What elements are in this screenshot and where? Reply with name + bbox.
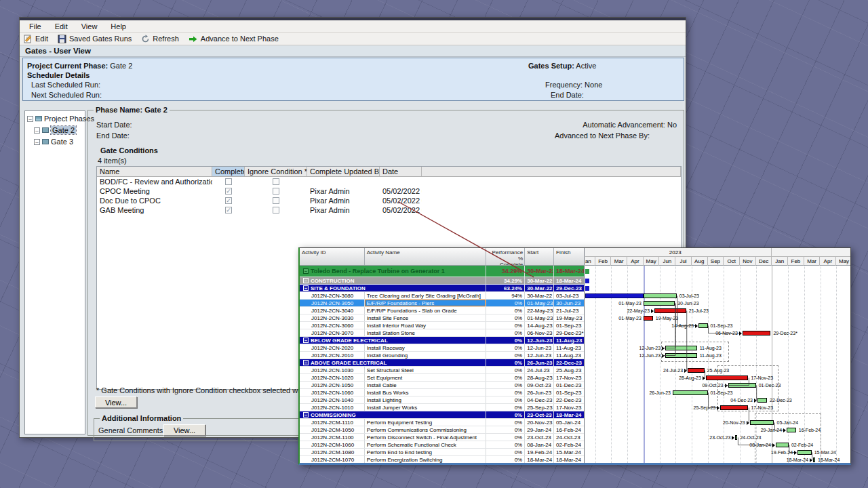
menu-help[interactable]: Help bbox=[104, 22, 133, 30]
collapse-icon[interactable]: – bbox=[34, 139, 40, 145]
collapse-icon[interactable]: – bbox=[303, 360, 309, 365]
gantt-activity-row[interactable]: J012N-2CN-1010Install Jumper Works0%25-S… bbox=[300, 404, 584, 411]
gantt-activity-row[interactable]: J012N-2CN-3080Tree Clearing and Early Si… bbox=[300, 292, 584, 300]
bar-finish-label: 11-Aug-23 bbox=[700, 352, 722, 359]
column-header-finish[interactable]: Finish bbox=[554, 248, 584, 265]
collapse-icon[interactable]: – bbox=[303, 268, 309, 274]
gantt-activity-row[interactable]: J012N-2CM-1050Perform Communications Com… bbox=[300, 426, 584, 434]
summary-bar-fragment bbox=[585, 286, 589, 291]
toolbar-saved-gates-runs-button[interactable]: Saved Gates Runs bbox=[58, 35, 132, 43]
gantt-activity-row[interactable]: J012N-2CN-1040Install Lighting0%04-Dec-2… bbox=[300, 396, 584, 404]
gate-conditions-title: Gate Conditions bbox=[100, 146, 158, 155]
bar-start-label: 12-Jun-23 bbox=[620, 352, 660, 359]
timeline-month: Nov bbox=[740, 257, 756, 266]
critical-remaining-bar[interactable] bbox=[743, 331, 771, 336]
gantt-activity-row[interactable]: J012N-2CN-1030Set Structural Steel0%24-J… bbox=[300, 367, 584, 374]
critical-remaining-bar[interactable] bbox=[720, 405, 748, 410]
general-comments-view-button[interactable]: View... bbox=[163, 424, 205, 436]
ignore-condition-checkbox[interactable] bbox=[273, 188, 279, 195]
gantt-activity-row[interactable]: J012N-2CN-3030Install Site Fence0%01-May… bbox=[300, 314, 584, 322]
ignore-condition-checkbox[interactable] bbox=[273, 197, 279, 204]
toolbar-refresh-button[interactable]: Refresh bbox=[141, 35, 179, 43]
collapse-icon[interactable]: – bbox=[303, 338, 309, 343]
critical-remaining-bar[interactable] bbox=[688, 368, 704, 373]
gantt-activity-row[interactable]: J012N-2CN-1050Install Cable0%09-Oct-2301… bbox=[300, 382, 584, 389]
column-header-complete-updated-by[interactable]: Complete Updated By bbox=[307, 167, 380, 176]
gantt-wbs1-row[interactable]: –CONSTRUCTION34.29%30-Mar-22 A18-Mar-24 bbox=[300, 277, 584, 285]
collapse-icon[interactable]: – bbox=[303, 412, 309, 418]
menu-file[interactable]: File bbox=[22, 22, 48, 30]
gantt-activity-row[interactable]: J012N-2CM-1080Perform End to End testing… bbox=[300, 449, 584, 456]
critical-remaining-bar[interactable] bbox=[706, 375, 749, 380]
gantt-project-row[interactable]: –Toledo Bend - Replace Turbine on Genera… bbox=[300, 266, 584, 277]
gate-condition-row[interactable]: CPOC Meeting✓Pixar Admin05/02/2022 0 bbox=[97, 186, 681, 196]
remaining-work-bar[interactable] bbox=[673, 390, 708, 395]
column-header-activity-name[interactable]: Activity Name bbox=[365, 248, 487, 265]
tree-root-project-phases[interactable]: –Project Phases bbox=[25, 115, 85, 123]
menu-view[interactable]: View bbox=[75, 22, 104, 30]
collapse-icon[interactable]: – bbox=[27, 116, 33, 122]
column-header-activity-id[interactable]: Activity ID bbox=[300, 248, 365, 265]
complete-checkbox[interactable]: ✓ bbox=[225, 188, 232, 195]
remaining-work-bar[interactable] bbox=[813, 458, 815, 462]
toolbar-advance-to-next-phase-button[interactable]: Advance to Next Phase bbox=[189, 35, 279, 43]
link-arrowhead bbox=[717, 406, 719, 410]
ignore-condition-checkbox[interactable] bbox=[273, 178, 279, 185]
toolbar-edit-button[interactable]: Edit bbox=[24, 35, 48, 43]
remaining-work-bar[interactable] bbox=[728, 383, 756, 388]
gantt-activity-row[interactable]: J012N-2CM-1110Perform Equipment Testing0… bbox=[300, 419, 584, 426]
gantt-wbs2-row[interactable]: –SITE & FOUNDATION63.24%30-Mar-22 A29-De… bbox=[300, 285, 584, 292]
remaining-work-bar[interactable] bbox=[735, 435, 737, 440]
gantt-activity-row[interactable]: J012N-2CN-2010Install Grounding0%12-Jun-… bbox=[300, 352, 584, 359]
remaining-work-bar[interactable] bbox=[787, 428, 796, 432]
column-header-name[interactable]: Name bbox=[97, 167, 212, 176]
gantt-activity-row[interactable]: J012N-2CM-1070Perform Energization Switc… bbox=[300, 456, 584, 463]
gate-condition-row[interactable]: Doc Due to CPOC✓Pixar Admin05/02/2022 0 bbox=[97, 196, 681, 205]
timeline-year bbox=[772, 248, 850, 257]
view-button[interactable]: View... bbox=[95, 396, 137, 408]
collapse-icon[interactable]: – bbox=[34, 127, 40, 134]
column-header-ignore-condition-[interactable]: Ignore Condition * bbox=[245, 167, 307, 176]
tree-item-gate-2[interactable]: –Gate 2 bbox=[25, 126, 85, 134]
timeline-month: Sep bbox=[708, 257, 724, 266]
gantt-activity-row[interactable]: J012N-2CN-2020Install Raceway0%12-Jun-23… bbox=[300, 344, 584, 352]
gantt-wbs2-row[interactable]: –ABOVE GRADE ELECTRICAL0%26-Jun-2322-Dec… bbox=[300, 359, 584, 367]
gantt-activity-row[interactable]: J012N-2CN-1020Set Equipment0%28-Aug-2317… bbox=[300, 374, 584, 382]
gantt-activity-row[interactable]: J012N-2CN-3070Install Station Stone0%06-… bbox=[300, 329, 584, 337]
gate-condition-row[interactable]: GAB Meeting✓Pixar Admin05/02/2022 0 bbox=[97, 205, 681, 215]
complete-checkbox[interactable]: ✓ bbox=[225, 207, 232, 214]
timeline-month: May bbox=[836, 257, 850, 266]
complete-checkbox[interactable]: ✓ bbox=[225, 197, 232, 204]
collapse-icon[interactable]: – bbox=[303, 278, 309, 283]
critical-remaining-bar[interactable] bbox=[644, 316, 653, 321]
remaining-work-bar[interactable] bbox=[644, 293, 677, 298]
gantt-activity-row[interactable]: J012N-2CM-1060Perform Schematic Function… bbox=[300, 441, 584, 449]
collapse-icon[interactable]: – bbox=[303, 285, 309, 291]
remaining-work-bar[interactable] bbox=[644, 301, 675, 306]
column-header-date[interactable]: Date bbox=[380, 167, 422, 176]
remaining-work-bar[interactable] bbox=[665, 346, 697, 350]
remaining-work-bar[interactable] bbox=[665, 353, 697, 358]
gantt-activity-row[interactable]: J012N-2CN-3050E/F/R/P Foundations - Pier… bbox=[300, 300, 584, 307]
gantt-wbs2-row[interactable]: –COMMISSIONING0%23-Oct-2318-Mar-24 bbox=[300, 411, 584, 419]
gantt-wbs2-row[interactable]: –BELOW GRADE ELECTRICAL0%12-Jun-2311-Aug… bbox=[300, 337, 584, 344]
column-header-complete[interactable]: Complete bbox=[212, 167, 245, 176]
column-header-start[interactable]: Start bbox=[525, 248, 554, 265]
ignore-condition-checkbox[interactable] bbox=[273, 207, 279, 214]
automatic-advancement: Automatic Advancement: No bbox=[583, 121, 677, 129]
remaining-work-bar[interactable] bbox=[776, 443, 789, 447]
remaining-work-bar[interactable] bbox=[698, 323, 708, 328]
critical-remaining-bar[interactable] bbox=[654, 308, 686, 313]
gantt-activity-row[interactable]: J012N-2CN-3060Install Interior Road Way0… bbox=[300, 322, 584, 329]
menu-edit[interactable]: Edit bbox=[48, 22, 75, 30]
column-header-performance[interactable]: Performance %Complete bbox=[486, 248, 525, 265]
gantt-activity-row[interactable]: J012N-2CN-1060Install Bus Works0%26-Jun-… bbox=[300, 389, 584, 396]
gantt-activity-row[interactable]: J012N-2CN-3040E/F/R/P Foundations - Slab… bbox=[300, 307, 584, 314]
tree-item-gate-3[interactable]: –Gate 3 bbox=[25, 138, 85, 146]
remaining-work-bar[interactable] bbox=[757, 398, 767, 403]
complete-checkbox[interactable] bbox=[225, 178, 232, 185]
gantt-activity-row[interactable]: J012N-2CM-1100Perform Disconnect Switch … bbox=[300, 434, 584, 441]
remaining-work-bar[interactable] bbox=[750, 420, 774, 425]
gate-condition-row[interactable]: BOD/FC - Review and Authorization bbox=[97, 177, 681, 186]
remaining-work-bar[interactable] bbox=[797, 450, 812, 455]
